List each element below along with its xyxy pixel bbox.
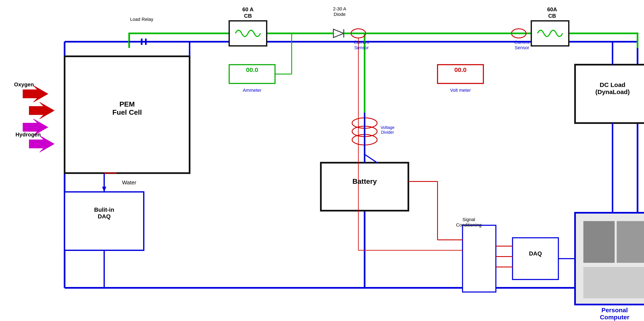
oxygen-label: Oxygen: [8, 81, 40, 88]
load-relay-label: Load Relay: [129, 17, 154, 22]
water-label: Water: [117, 179, 142, 186]
svg-marker-47: [29, 102, 54, 119]
ammeter-value: 00.0: [232, 66, 272, 73]
pem-fuel-cell-label: PEMFuel Cell: [79, 100, 175, 116]
circuit-diagram: Load Relay 60 ACB 2-30 ADiode 60ACB Curr…: [0, 0, 644, 321]
svg-rect-33: [583, 221, 614, 263]
voltmeter-value: 00.0: [441, 66, 480, 73]
cb-60a-right-label: 60ACB: [529, 6, 575, 19]
daq-label: DAQ: [517, 250, 554, 257]
personal-computer-label: PersonalComputer: [579, 306, 644, 321]
svg-rect-18: [64, 192, 144, 250]
battery-label: Battery: [327, 177, 402, 185]
svg-marker-51: [102, 187, 106, 192]
ammeter-label: Ammeter: [225, 88, 279, 93]
diode-label: 2-30 ADiode: [323, 6, 356, 17]
svg-marker-49: [29, 136, 54, 152]
main-circuit-svg: [0, 0, 644, 321]
svg-rect-34: [617, 221, 644, 263]
svg-marker-46: [23, 86, 48, 102]
voltmeter-label: Volt meter: [433, 88, 488, 93]
dc-load-label: DC Load(DynaLoad): [577, 81, 644, 96]
builtin-daq-label: Bulit-inDAQ: [69, 206, 140, 220]
current-sensor-right-label: CurrentSensor: [506, 40, 538, 51]
svg-line-29: [364, 154, 377, 163]
svg-rect-31: [512, 238, 558, 279]
hydrogen-label: Hydrogen: [8, 131, 48, 138]
voltage-divider-label: VoltageDivider: [371, 125, 404, 135]
cb-60a-left-label: 60 ACB: [225, 6, 271, 19]
svg-rect-30: [462, 225, 496, 292]
svg-rect-21: [321, 163, 408, 211]
signal-conditioning-label: SignalConditioning: [438, 217, 500, 228]
svg-rect-35: [583, 267, 644, 298]
current-sensor-left-label: CurrentSensor: [346, 40, 377, 51]
svg-marker-6: [333, 29, 344, 38]
